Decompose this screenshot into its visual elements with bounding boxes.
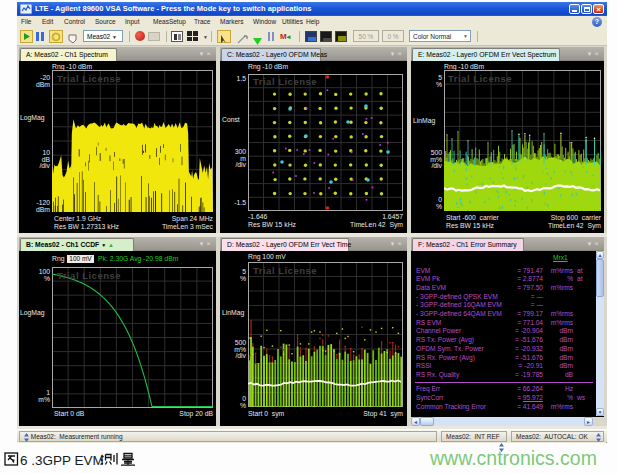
svg-text:6 .3GPP EVM: 6 .3GPP EVM — [20, 453, 104, 467]
